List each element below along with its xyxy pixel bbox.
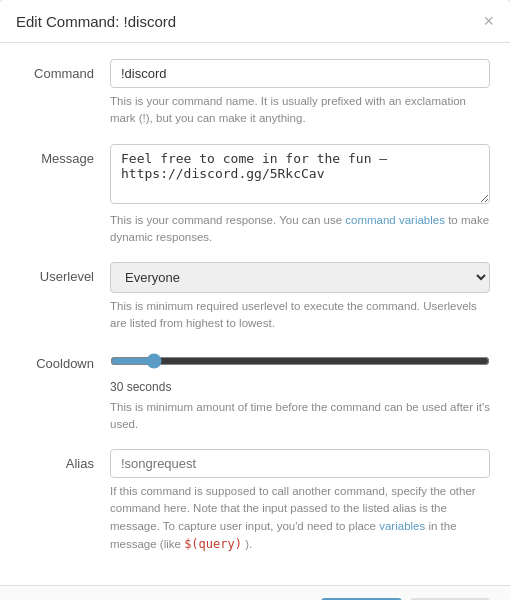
command-row: Command This is your command name. It is… xyxy=(20,59,490,128)
message-help: This is your command response. You can u… xyxy=(110,212,490,247)
alias-help-code: $(query) xyxy=(184,537,242,551)
close-button[interactable]: × xyxy=(483,12,494,30)
alias-help: If this command is supposed to call anot… xyxy=(110,483,490,553)
alias-help-suffix: ). xyxy=(242,538,252,550)
userlevel-row: Userlevel Everyone Subscriber Moderator … xyxy=(20,262,490,333)
message-row: Message This is your command response. Y… xyxy=(20,144,490,247)
cooldown-help: This is minimum amount of time before th… xyxy=(110,399,490,434)
message-label: Message xyxy=(20,144,110,166)
message-textarea[interactable] xyxy=(110,144,490,204)
alias-field: If this command is supposed to call anot… xyxy=(110,449,490,553)
cooldown-slider-container xyxy=(110,349,490,376)
userlevel-select[interactable]: Everyone Subscriber Moderator Editor Bro… xyxy=(110,262,490,293)
cooldown-value: 30 seconds xyxy=(110,380,490,394)
modal-body: Command This is your command name. It is… xyxy=(0,43,510,585)
message-help-prefix: This is your command response. You can u… xyxy=(110,214,345,226)
message-field: This is your command response. You can u… xyxy=(110,144,490,247)
command-input[interactable] xyxy=(110,59,490,88)
variables-link[interactable]: variables xyxy=(379,520,425,532)
alias-label: Alias xyxy=(20,449,110,471)
alias-input[interactable] xyxy=(110,449,490,478)
alias-row: Alias If this command is supposed to cal… xyxy=(20,449,490,553)
userlevel-help: This is minimum required userlevel to ex… xyxy=(110,298,490,333)
edit-command-modal: Edit Command: !discord × Command This is… xyxy=(0,0,510,600)
modal-title: Edit Command: !discord xyxy=(16,13,176,30)
command-variables-link[interactable]: command variables xyxy=(345,214,445,226)
modal-header: Edit Command: !discord × xyxy=(0,0,510,43)
modal-footer: Submit Cancel xyxy=(0,585,510,600)
userlevel-label: Userlevel xyxy=(20,262,110,284)
command-field: This is your command name. It is usually… xyxy=(110,59,490,128)
cooldown-field: 30 seconds This is minimum amount of tim… xyxy=(110,349,490,434)
cooldown-slider[interactable] xyxy=(110,353,490,369)
cooldown-label: Cooldown xyxy=(20,349,110,371)
command-help: This is your command name. It is usually… xyxy=(110,93,490,128)
cooldown-row: Cooldown 30 seconds This is minimum amou… xyxy=(20,349,490,434)
command-label: Command xyxy=(20,59,110,81)
userlevel-field: Everyone Subscriber Moderator Editor Bro… xyxy=(110,262,490,333)
